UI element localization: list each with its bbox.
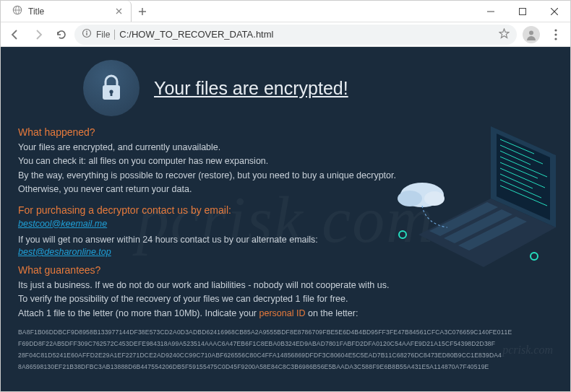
personal-id-label: personal ID (259, 308, 306, 318)
body-text: To verify the possibility of the recover… (18, 292, 553, 306)
svg-rect-13 (86, 32, 87, 35)
forward-button[interactable] (28, 25, 48, 45)
svg-point-16 (554, 33, 557, 35)
new-tab-button[interactable] (133, 2, 152, 21)
hero: Your files are encrypted! (18, 60, 553, 116)
body-text: Its just a business. If we do not do our… (18, 279, 553, 292)
svg-point-17 (554, 38, 557, 40)
minimize-button[interactable] (475, 1, 507, 22)
section-title-what-happened: What happened? (18, 126, 553, 138)
bookmark-star-icon[interactable] (499, 28, 510, 41)
browser-window: Title File C:/HOW_TO_RECOVER_DATA.html (0, 0, 571, 392)
svg-point-14 (529, 30, 533, 35)
svg-point-12 (86, 31, 87, 32)
contact-email-primary[interactable]: bestcool@keemail.me (18, 219, 107, 229)
file-badge: File (96, 30, 115, 40)
address-text: C:/HOW_TO_RECOVER_DATA.html (119, 29, 494, 40)
window-controls (475, 1, 570, 22)
titlebar: Title (1, 1, 570, 22)
id-line: F69DD8F22AB5DFF309C762572C453DEFE984318A… (18, 338, 553, 349)
globe-icon (12, 5, 22, 17)
body-text: on the letter: (305, 308, 358, 318)
id-line: 28F04C81D5241E60AFFD2E29A1EF2271DCE2AD92… (18, 349, 553, 361)
id-block: BA8F1B06DDBCF9D8958B133977144DF38E573CD2… (18, 326, 553, 373)
maximize-button[interactable] (507, 1, 538, 22)
section-title-guarantees: What guarantees? (18, 264, 553, 276)
body-text: Otherwise, you never cant return your da… (18, 183, 553, 196)
close-window-button[interactable] (538, 1, 570, 22)
hero-title: Your files are encrypted! (154, 78, 348, 99)
id-line: 8A86598130EF21B38DFBC3AB13888D6B44755420… (18, 361, 553, 373)
browser-tab[interactable]: Title (5, 1, 132, 22)
svg-rect-8 (520, 8, 526, 14)
svg-point-15 (554, 29, 557, 31)
back-button[interactable] (5, 25, 25, 45)
reload-button[interactable] (51, 25, 72, 45)
toolbar: File C:/HOW_TO_RECOVER_DATA.html (1, 22, 570, 47)
section-title-contact: For purchasing a decryptor contact us by… (18, 204, 553, 216)
profile-avatar[interactable] (523, 26, 540, 43)
contact-email-alternate[interactable]: best@desharonline.top (18, 247, 111, 257)
body-text: Your files are encrypted, and currently … (18, 141, 553, 154)
id-line: BA8F1B06DDBCF9D8958B133977144DF38E573CD2… (18, 326, 553, 338)
menu-button[interactable] (546, 25, 566, 45)
tab-close-icon[interactable] (113, 6, 124, 17)
svg-rect-20 (111, 92, 113, 96)
body-text: By the way, everything is possible to re… (18, 169, 553, 183)
body-text: You can check it: all files on you compu… (18, 154, 553, 168)
lock-icon (83, 60, 139, 116)
file-info-icon[interactable] (82, 28, 92, 40)
body-text: If you will get no answer within 24 hour… (18, 233, 553, 247)
tab-title: Title (28, 6, 108, 17)
body-text: Attach 1 file to the letter (no more tha… (18, 308, 259, 318)
address-bar[interactable]: File C:/HOW_TO_RECOVER_DATA.html (74, 25, 517, 45)
page-content: pcrisk.com Your files are encrypted! Wha… (1, 47, 570, 391)
body-text: Attach 1 file to the letter (no more tha… (18, 307, 553, 321)
